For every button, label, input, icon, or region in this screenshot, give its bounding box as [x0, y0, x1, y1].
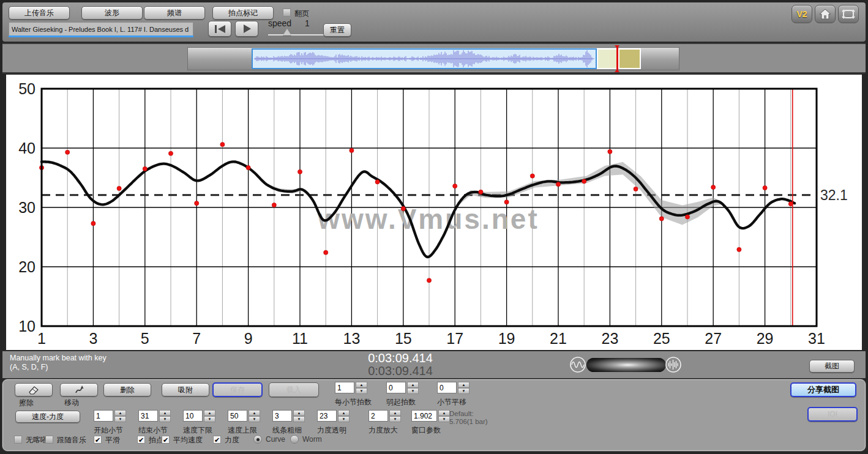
spinner-input-beats-per-bar[interactable] — [335, 382, 354, 393]
spinner-down-window-param[interactable]: ▼ — [438, 416, 450, 422]
beat-point[interactable] — [453, 184, 457, 188]
beat-point[interactable] — [297, 169, 302, 174]
spinner-input-line-width[interactable] — [272, 410, 292, 422]
waveform-region-current[interactable] — [597, 48, 618, 69]
waveform-track[interactable] — [187, 47, 679, 70]
beat-point[interactable] — [634, 187, 638, 191]
spinner-up-tempo-min[interactable]: ▲ — [204, 410, 215, 416]
skip-to-start-button[interactable] — [208, 21, 231, 37]
spinner-input-bar-shift[interactable] — [437, 382, 457, 393]
spinner-input-dyn-zoom[interactable] — [369, 410, 388, 422]
beat-point[interactable] — [427, 278, 431, 283]
snap-button[interactable]: 吸附 — [162, 383, 209, 396]
spinner-up-bar-shift[interactable]: ▲ — [458, 382, 470, 388]
spinner-down-dyn-zoom[interactable]: ▼ — [389, 416, 401, 422]
spectrum-button[interactable]: 频谱 — [144, 6, 205, 20]
checkbox-no-click[interactable] — [14, 436, 22, 444]
load-button[interactable]: 载入 — [269, 382, 319, 397]
share-screenshot-button[interactable]: 分享截图 — [790, 382, 856, 397]
spinner-input-tempo-max[interactable] — [228, 410, 247, 422]
beat-point[interactable] — [272, 203, 276, 207]
beat-point[interactable] — [711, 185, 716, 189]
screenshot-button[interactable]: 截图 — [809, 360, 855, 373]
speed-slider-track[interactable] — [268, 34, 324, 35]
beat-marks-button[interactable]: 拍点标记 — [212, 6, 274, 20]
home-button[interactable] — [815, 5, 836, 23]
speed-slider-thumb[interactable] — [283, 29, 291, 35]
tempo-dynamics-button[interactable]: 速度-力度 — [15, 411, 80, 423]
waveform-button[interactable]: 波形 — [81, 6, 143, 20]
beat-point[interactable] — [375, 180, 380, 184]
beat-point[interactable] — [556, 182, 560, 187]
beat-point[interactable] — [504, 200, 509, 204]
tempo-chart[interactable]: www.Vmus.net1020304050135791113151719212… — [6, 75, 862, 350]
waveform-playhead-marker[interactable] — [616, 45, 618, 72]
spinner-input-start-bar[interactable] — [94, 410, 113, 422]
ioi-button[interactable]: IOI — [807, 407, 858, 422]
beat-point[interactable] — [737, 247, 741, 251]
page-turn-checkbox[interactable] — [283, 9, 291, 17]
radio-curve[interactable] — [253, 435, 262, 444]
spinner-up-start-bar[interactable]: ▲ — [114, 410, 126, 416]
beat-point[interactable] — [582, 179, 586, 184]
spinner-up-line-width[interactable]: ▲ — [293, 410, 305, 416]
spinner-down-tempo-min[interactable]: ▼ — [204, 416, 215, 422]
waveform-region-window[interactable] — [618, 48, 641, 69]
morph-slider[interactable] — [586, 358, 666, 372]
v2-version-button[interactable]: V2 — [791, 5, 812, 23]
beat-point[interactable] — [220, 143, 225, 147]
beat-point[interactable] — [659, 217, 664, 221]
beat-point[interactable] — [685, 215, 689, 219]
beat-point[interactable] — [91, 221, 95, 226]
spinner-input-window-param[interactable] — [411, 410, 437, 422]
waveform-selection-region[interactable] — [252, 48, 597, 69]
spinner-input-pickup-beats[interactable] — [386, 382, 406, 393]
move-button[interactable] — [60, 383, 98, 396]
beat-point[interactable] — [195, 201, 199, 206]
radio-worm[interactable] — [290, 435, 299, 444]
beat-point[interactable] — [479, 190, 483, 194]
spinner-down-line-width[interactable]: ▼ — [293, 416, 305, 422]
erase-button[interactable] — [15, 383, 53, 396]
spinner-down-tempo-max[interactable]: ▼ — [249, 416, 260, 422]
beat-point[interactable] — [350, 148, 354, 152]
beat-point[interactable] — [246, 165, 250, 169]
spinner-down-dyn-opacity[interactable]: ▼ — [338, 416, 350, 422]
checkbox-follow-music[interactable] — [45, 436, 53, 444]
beat-point[interactable] — [168, 151, 173, 155]
spinner-input-dyn-opacity[interactable] — [317, 410, 337, 422]
spinner-up-pickup-beats[interactable]: ▲ — [407, 382, 419, 388]
spinner-down-end-bar[interactable]: ▼ — [159, 416, 171, 422]
spinner-down-pickup-beats[interactable]: ▼ — [407, 388, 419, 394]
beat-point[interactable] — [763, 185, 767, 190]
save-button[interactable]: 保存 — [212, 382, 263, 397]
checkbox-dynamics[interactable]: ✔ — [213, 436, 221, 444]
track-title-input[interactable] — [9, 22, 193, 35]
beat-point[interactable] — [324, 250, 328, 255]
upload-music-button[interactable]: 上传音乐 — [9, 6, 70, 20]
spinner-input-end-bar[interactable] — [138, 410, 158, 422]
spinner-down-start-bar[interactable]: ▼ — [114, 416, 126, 422]
spinner-down-bar-shift[interactable]: ▼ — [458, 388, 470, 394]
spinner-up-dyn-opacity[interactable]: ▲ — [338, 410, 350, 416]
spinner-up-window-param[interactable]: ▲ — [438, 410, 450, 416]
beat-point[interactable] — [401, 206, 405, 210]
spinner-down-beats-per-bar[interactable]: ▼ — [356, 388, 367, 394]
delete-button[interactable]: 删除 — [103, 383, 151, 396]
fullscreen-button[interactable] — [838, 5, 859, 23]
reset-button[interactable]: 重置 — [323, 23, 351, 37]
beat-point[interactable] — [143, 166, 147, 171]
spinner-up-beats-per-bar[interactable]: ▲ — [356, 382, 367, 388]
checkbox-smooth[interactable]: ✔ — [94, 436, 102, 444]
beat-point[interactable] — [608, 149, 612, 154]
play-button[interactable] — [235, 21, 258, 37]
beat-point[interactable] — [530, 174, 534, 178]
beat-point[interactable] — [117, 186, 121, 190]
spinner-up-tempo-max[interactable]: ▲ — [249, 410, 260, 416]
beat-point[interactable] — [65, 150, 70, 154]
checkbox-beat-points[interactable]: ✔ — [137, 436, 145, 444]
spinner-input-tempo-min[interactable] — [183, 410, 203, 422]
checkbox-average-tempo[interactable]: ✔ — [162, 436, 170, 444]
spinner-up-dyn-zoom[interactable]: ▲ — [389, 410, 401, 416]
spinner-up-end-bar[interactable]: ▲ — [159, 410, 171, 416]
